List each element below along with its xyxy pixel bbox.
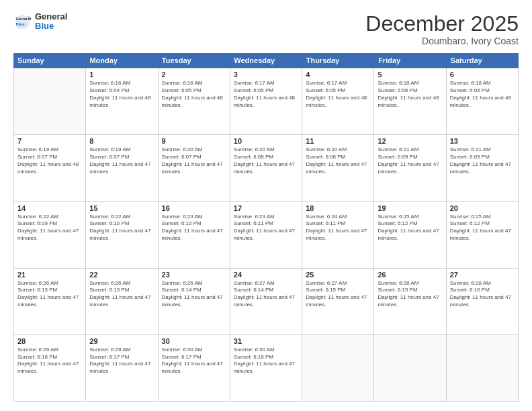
logo-blue-text: Blue bbox=[35, 21, 67, 31]
day-info: Sunrise: 6:21 AMSunset: 6:09 PMDaylight:… bbox=[378, 146, 442, 175]
calendar-row-1: 7Sunrise: 6:19 AMSunset: 6:07 PMDaylight… bbox=[13, 135, 519, 201]
logo: General Blue General Blue bbox=[13, 12, 67, 32]
calendar-cell-6: 6Sunrise: 6:18 AMSunset: 6:06 PMDaylight… bbox=[447, 68, 519, 134]
calendar-cell-26: 26Sunrise: 6:28 AMSunset: 6:15 PMDayligh… bbox=[374, 269, 446, 334]
calendar-cell-17: 17Sunrise: 6:23 AMSunset: 6:11 PMDayligh… bbox=[230, 202, 302, 268]
day-number: 29 bbox=[89, 337, 154, 345]
calendar-cell-28: 28Sunrise: 6:29 AMSunset: 6:16 PMDayligh… bbox=[14, 335, 86, 401]
day-number: 15 bbox=[89, 204, 154, 212]
day-number: 21 bbox=[17, 271, 82, 279]
day-number: 5 bbox=[378, 71, 442, 79]
calendar-cell-3: 3Sunrise: 6:17 AMSunset: 6:05 PMDaylight… bbox=[230, 68, 302, 134]
day-number: 2 bbox=[162, 71, 226, 79]
day-info: Sunrise: 6:21 AMSunset: 6:09 PMDaylight:… bbox=[450, 146, 515, 175]
day-info: Sunrise: 6:29 AMSunset: 6:16 PMDaylight:… bbox=[17, 347, 82, 375]
calendar-row-4: 28Sunrise: 6:29 AMSunset: 6:16 PMDayligh… bbox=[13, 335, 519, 402]
calendar-cell-19: 19Sunrise: 6:25 AMSunset: 6:12 PMDayligh… bbox=[374, 202, 446, 268]
day-info: Sunrise: 6:28 AMSunset: 6:16 PMDaylight:… bbox=[450, 280, 515, 309]
day-number: 13 bbox=[450, 137, 515, 145]
day-info: Sunrise: 6:27 AMSunset: 6:14 PMDaylight:… bbox=[234, 280, 298, 309]
day-number: 23 bbox=[162, 271, 226, 279]
calendar-cell-22: 22Sunrise: 6:26 AMSunset: 6:13 PMDayligh… bbox=[86, 269, 158, 334]
title-block: December 2025 Doumbaro, Ivory Coast bbox=[365, 12, 519, 46]
calendar-cell-7: 7Sunrise: 6:19 AMSunset: 6:07 PMDaylight… bbox=[14, 135, 86, 201]
day-number: 4 bbox=[306, 71, 370, 79]
location-subtitle: Doumbaro, Ivory Coast bbox=[365, 36, 519, 46]
weekday-header-sunday: Sunday bbox=[13, 53, 85, 68]
day-info: Sunrise: 6:19 AMSunset: 6:07 PMDaylight:… bbox=[17, 146, 82, 175]
calendar-cell-25: 25Sunrise: 6:27 AMSunset: 6:15 PMDayligh… bbox=[302, 269, 374, 334]
calendar-cell-20: 20Sunrise: 6:25 AMSunset: 6:12 PMDayligh… bbox=[447, 202, 519, 268]
day-info: Sunrise: 6:16 AMSunset: 6:04 PMDaylight:… bbox=[89, 80, 154, 109]
calendar-cell-15: 15Sunrise: 6:22 AMSunset: 6:10 PMDayligh… bbox=[86, 202, 158, 268]
day-info: Sunrise: 6:30 AMSunset: 6:17 PMDaylight:… bbox=[162, 347, 226, 375]
day-number: 11 bbox=[306, 137, 370, 145]
day-info: Sunrise: 6:28 AMSunset: 6:15 PMDaylight:… bbox=[378, 280, 442, 309]
calendar-cell-21: 21Sunrise: 6:26 AMSunset: 6:13 PMDayligh… bbox=[14, 269, 86, 334]
day-info: Sunrise: 6:18 AMSunset: 6:06 PMDaylight:… bbox=[450, 80, 515, 109]
calendar: SundayMondayTuesdayWednesdayThursdayFrid… bbox=[13, 53, 519, 402]
calendar-cell-18: 18Sunrise: 6:24 AMSunset: 6:11 PMDayligh… bbox=[302, 202, 374, 268]
day-info: Sunrise: 6:16 AMSunset: 6:05 PMDaylight:… bbox=[162, 80, 226, 109]
day-number: 3 bbox=[234, 71, 298, 79]
day-info: Sunrise: 6:23 AMSunset: 6:10 PMDaylight:… bbox=[162, 214, 226, 242]
day-info: Sunrise: 6:26 AMSunset: 6:13 PMDaylight:… bbox=[89, 280, 154, 309]
calendar-cell-5: 5Sunrise: 6:18 AMSunset: 6:06 PMDaylight… bbox=[374, 68, 446, 134]
day-info: Sunrise: 6:24 AMSunset: 6:11 PMDaylight:… bbox=[306, 214, 370, 242]
weekday-header-friday: Friday bbox=[374, 53, 446, 68]
day-number: 26 bbox=[378, 271, 442, 279]
day-info: Sunrise: 6:25 AMSunset: 6:12 PMDaylight:… bbox=[378, 214, 442, 242]
calendar-cell-23: 23Sunrise: 6:26 AMSunset: 6:14 PMDayligh… bbox=[159, 269, 230, 334]
day-number: 6 bbox=[450, 71, 515, 79]
calendar-cell-29: 29Sunrise: 6:29 AMSunset: 6:17 PMDayligh… bbox=[86, 335, 158, 401]
day-info: Sunrise: 6:20 AMSunset: 6:08 PMDaylight:… bbox=[306, 146, 370, 175]
calendar-cell-9: 9Sunrise: 6:20 AMSunset: 6:07 PMDaylight… bbox=[159, 135, 230, 201]
day-number: 18 bbox=[306, 204, 370, 212]
calendar-cell-8: 8Sunrise: 6:19 AMSunset: 6:07 PMDaylight… bbox=[86, 135, 158, 201]
day-info: Sunrise: 6:26 AMSunset: 6:14 PMDaylight:… bbox=[162, 280, 226, 309]
day-number: 12 bbox=[378, 137, 442, 145]
day-number: 17 bbox=[234, 204, 298, 212]
day-info: Sunrise: 6:29 AMSunset: 6:17 PMDaylight:… bbox=[89, 347, 154, 375]
day-number: 27 bbox=[450, 271, 515, 279]
month-title: December 2025 bbox=[365, 12, 519, 36]
day-info: Sunrise: 6:25 AMSunset: 6:12 PMDaylight:… bbox=[450, 214, 515, 242]
svg-text:Blue: Blue bbox=[16, 21, 26, 26]
calendar-cell-empty bbox=[447, 335, 519, 401]
day-number: 20 bbox=[450, 204, 515, 212]
calendar-cell-11: 11Sunrise: 6:20 AMSunset: 6:08 PMDayligh… bbox=[302, 135, 374, 201]
day-number: 16 bbox=[162, 204, 226, 212]
calendar-header: SundayMondayTuesdayWednesdayThursdayFrid… bbox=[13, 53, 519, 68]
day-number: 1 bbox=[89, 71, 154, 79]
day-info: Sunrise: 6:30 AMSunset: 6:18 PMDaylight:… bbox=[234, 347, 298, 375]
day-info: Sunrise: 6:17 AMSunset: 6:05 PMDaylight:… bbox=[234, 80, 298, 109]
day-number: 25 bbox=[306, 271, 370, 279]
day-number: 24 bbox=[234, 271, 298, 279]
calendar-cell-empty bbox=[302, 335, 374, 401]
day-number: 30 bbox=[162, 337, 226, 345]
calendar-cell-13: 13Sunrise: 6:21 AMSunset: 6:09 PMDayligh… bbox=[447, 135, 519, 201]
calendar-cell-14: 14Sunrise: 6:22 AMSunset: 6:09 PMDayligh… bbox=[14, 202, 86, 268]
day-number: 14 bbox=[17, 204, 82, 212]
header: General Blue General Blue December 2025 … bbox=[13, 12, 519, 46]
day-info: Sunrise: 6:19 AMSunset: 6:07 PMDaylight:… bbox=[89, 146, 154, 175]
weekday-header-thursday: Thursday bbox=[302, 53, 374, 68]
day-number: 10 bbox=[234, 137, 298, 145]
page: General Blue General Blue December 2025 … bbox=[0, 0, 532, 411]
day-number: 28 bbox=[17, 337, 82, 345]
weekday-header-tuesday: Tuesday bbox=[158, 53, 230, 68]
calendar-row-0: 1Sunrise: 6:16 AMSunset: 6:04 PMDaylight… bbox=[13, 68, 519, 135]
day-info: Sunrise: 6:27 AMSunset: 6:15 PMDaylight:… bbox=[306, 280, 370, 309]
calendar-cell-10: 10Sunrise: 6:20 AMSunset: 6:08 PMDayligh… bbox=[230, 135, 302, 201]
day-info: Sunrise: 6:26 AMSunset: 6:13 PMDaylight:… bbox=[17, 280, 82, 309]
day-info: Sunrise: 6:20 AMSunset: 6:07 PMDaylight:… bbox=[162, 146, 226, 175]
day-info: Sunrise: 6:22 AMSunset: 6:09 PMDaylight:… bbox=[17, 214, 82, 242]
calendar-cell-30: 30Sunrise: 6:30 AMSunset: 6:17 PMDayligh… bbox=[159, 335, 230, 401]
day-info: Sunrise: 6:17 AMSunset: 6:05 PMDaylight:… bbox=[306, 80, 370, 109]
day-number: 9 bbox=[162, 137, 226, 145]
logo-text: General Blue bbox=[35, 12, 67, 32]
day-number: 8 bbox=[89, 137, 154, 145]
calendar-cell-24: 24Sunrise: 6:27 AMSunset: 6:14 PMDayligh… bbox=[230, 269, 302, 334]
weekday-header-monday: Monday bbox=[85, 53, 157, 68]
logo-icon: General Blue bbox=[13, 12, 32, 31]
